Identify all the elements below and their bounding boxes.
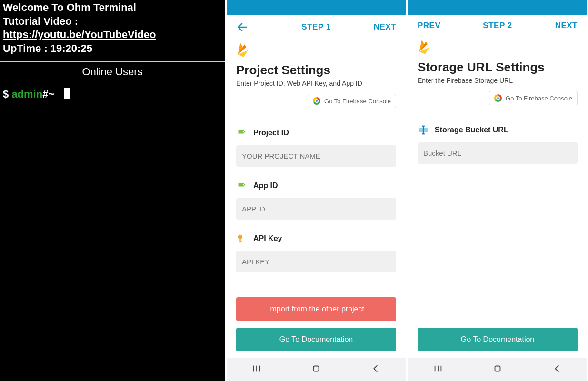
phone-step1: STEP 1 NEXT Project Settings Enter Proje… [225,0,406,381]
prev-button[interactable]: PREV [418,21,451,30]
terminal-section-title: Online Users [0,64,225,83]
next-button[interactable]: NEXT [363,22,396,32]
prompt-user: admin [11,88,42,100]
page-subtitle: Enter Project ID, Web API Key, and App I… [236,80,396,87]
terminal-uptime: UpTime : 19:20:25 [3,42,222,56]
firebase-icon [236,41,396,60]
import-button[interactable]: Import from the other project [236,297,396,321]
terminal-tutorial-label: Tutorial Video : [3,15,222,29]
svg-rect-17 [495,366,500,371]
system-nav [227,358,406,381]
text-cursor-icon [418,124,429,136]
page-title: Project Settings [236,63,396,78]
next-button[interactable]: NEXT [544,21,578,30]
back-icon[interactable] [552,363,562,376]
recents-icon[interactable] [433,363,443,376]
firebase-console-label: Go To Firebase Console [506,95,572,102]
terminal-divider [0,61,225,62]
tag-icon [236,180,248,191]
svg-point-1 [243,131,244,132]
firebase-console-button[interactable]: Go To Firebase Console [489,91,578,105]
status-bar [408,0,587,15]
firebase-console-label: Go To Firebase Console [324,98,391,105]
chrome-icon [313,97,320,105]
terminal-panel: Welcome To Ohm Terminal Tutorial Video :… [0,0,225,381]
status-bar [227,0,406,15]
docs-button[interactable]: Go To Documentation [418,328,578,351]
bucket-url-input[interactable] [418,142,578,164]
step-label: STEP 1 [269,22,363,32]
nav-row-step1: STEP 1 NEXT [227,15,406,38]
svg-rect-5 [239,241,242,242]
app-id-input[interactable] [236,198,396,220]
app-id-label: App ID [253,181,278,190]
terminal-welcome: Welcome To Ohm Terminal [3,1,222,15]
svg-rect-9 [313,366,319,371]
content-step2: Storage URL Settings Enter the Firebase … [408,35,587,358]
page-title: Storage URL Settings [418,60,578,75]
tag-icon [236,127,248,139]
bucket-label-row: Storage Bucket URL [418,124,578,136]
system-nav [408,358,587,381]
step-label: STEP 2 [451,21,544,30]
terminal-prompt[interactable]: $ admin#~ [0,83,225,105]
api-key-label-row: API Key [236,233,396,244]
phone-step2: PREV STEP 2 NEXT Storage URL Settings En… [406,0,587,381]
project-id-input[interactable] [236,145,396,167]
svg-rect-4 [239,238,240,242]
bucket-label: Storage Bucket URL [435,126,508,134]
home-icon[interactable] [311,363,321,376]
api-key-input[interactable] [236,251,396,272]
back-icon[interactable] [370,363,381,376]
nav-row-step2: PREV STEP 2 NEXT [408,15,587,35]
cursor-icon [64,88,70,99]
docs-button[interactable]: Go To Documentation [236,328,396,351]
app-id-label-row: App ID [236,180,396,191]
terminal-intro: Welcome To Ohm Terminal Tutorial Video :… [0,0,225,60]
firebase-console-button[interactable]: Go To Firebase Console [308,94,396,108]
api-key-label: API Key [253,234,282,243]
project-id-label-row: Project ID [236,127,396,139]
key-icon [236,233,248,244]
content-step1: Project Settings Enter Project ID, Web A… [227,38,406,358]
project-id-label: Project ID [253,129,289,137]
back-button[interactable] [236,21,269,33]
page-subtitle: Enter the Firebase Storage URL [418,77,578,84]
prompt-dollar: $ [3,88,9,100]
prompt-hash: #~ [42,88,54,100]
recents-icon[interactable] [251,363,262,376]
home-icon[interactable] [492,363,503,376]
terminal-tutorial-link[interactable]: https://youtu.be/YouTubeVideo [3,29,156,40]
svg-point-2 [243,184,244,185]
arrow-left-icon [236,21,249,33]
firebase-icon [418,38,578,57]
chrome-icon [494,94,502,102]
